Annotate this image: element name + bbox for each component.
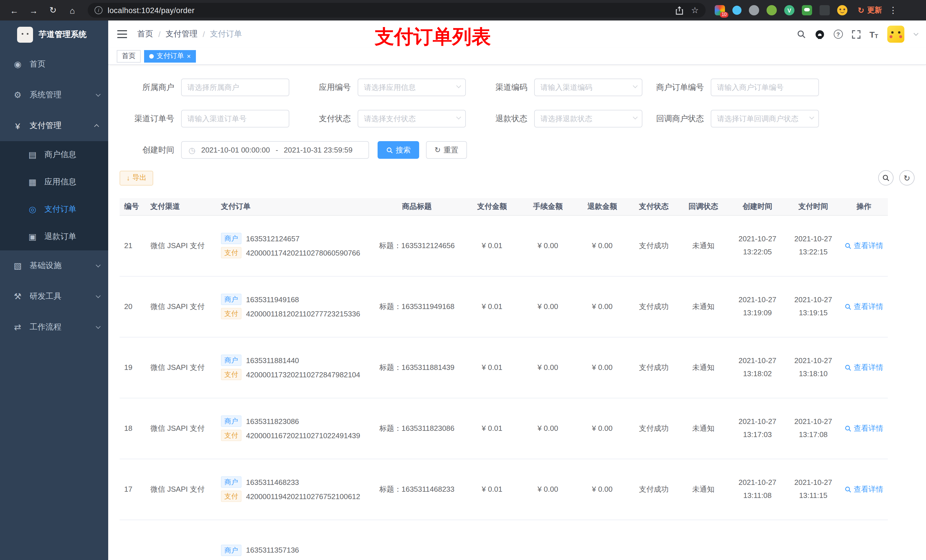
cell-pay-amount: ¥ 0.01 — [464, 215, 520, 276]
user-avatar[interactable] — [887, 26, 904, 43]
refresh-icon: ↻ — [903, 173, 910, 183]
view-detail-link[interactable]: 查看详情 — [844, 301, 883, 312]
filter-input[interactable] — [358, 78, 466, 96]
filter-input[interactable] — [181, 78, 289, 96]
filter-field: 回调商户状态 — [649, 110, 826, 127]
bookmark-star-icon[interactable]: ☆ — [691, 5, 699, 15]
merchant-order-no: 1635311881440 — [246, 356, 299, 365]
navbar-actions: ? TT — [796, 26, 917, 43]
github-icon[interactable] — [815, 29, 825, 39]
cell-pay-status — [629, 519, 678, 560]
filter-label: 所属商户 — [120, 82, 181, 92]
app-logo[interactable]: 芋道管理系统 — [0, 21, 108, 49]
payment-submenu: ▤ 商户信息 ▦ 应用信息 ◎ 支付订单 ▣ 退款订单 — [0, 141, 108, 251]
table-row: 20 微信 JSAPI 支付 商户 1635311949168 支付 — [120, 276, 888, 337]
sidebar-toggle-icon[interactable] — [117, 30, 127, 38]
avatar-caret-icon[interactable] — [914, 31, 918, 36]
filter-input[interactable] — [534, 78, 642, 96]
view-detail-link[interactable]: 查看详情 — [844, 423, 883, 433]
workflow-icon: ⇄ — [12, 322, 23, 332]
view-detail-link[interactable]: 查看详情 — [844, 362, 883, 373]
cell-channel — [146, 519, 216, 560]
cell-fee-amount: ¥ 0.00 — [520, 459, 575, 519]
filter-label: 支付状态 — [296, 113, 358, 124]
cell-title — [370, 519, 464, 560]
cell-pay-time: 2021-10-27 13:11:15 — [787, 459, 840, 519]
sidebar-item-system[interactable]: ⚙ 系统管理 — [0, 80, 108, 110]
cell-pay-status: 支付成功 — [629, 276, 678, 337]
search-icon[interactable] — [796, 30, 805, 39]
fullscreen-icon[interactable] — [852, 30, 860, 38]
tag-home[interactable]: 首页 — [117, 50, 141, 62]
sidebar-item-payment[interactable]: ¥ 支付管理 — [0, 110, 108, 141]
extension-icon[interactable] — [767, 5, 777, 15]
export-button[interactable]: ↓ 导出 — [120, 171, 153, 185]
filter-input[interactable] — [534, 110, 642, 127]
filter-input[interactable] — [711, 110, 819, 127]
cell-pay-amount: ¥ 0.01 — [464, 398, 520, 459]
extension-icon[interactable] — [749, 5, 759, 15]
merchant-order-no: 1635311949168 — [246, 295, 299, 303]
filter-input[interactable] — [358, 110, 466, 127]
sidebar-item-infrastructure[interactable]: ▧ 基础设施 — [0, 251, 108, 281]
browser-menu-icon[interactable]: ⋮ — [889, 5, 897, 15]
column-header: 编号 — [120, 198, 146, 215]
close-icon[interactable]: × — [187, 53, 191, 59]
sidebar-item-refund-order[interactable]: ▣ 退款订单 — [0, 223, 108, 251]
view-detail-link[interactable]: 查看详情 — [844, 240, 883, 251]
address-bar[interactable]: i localhost:1024/pay/order ☆ — [88, 3, 706, 18]
extension-icon[interactable] — [732, 6, 741, 15]
refresh-table-button[interactable]: ↻ — [899, 170, 915, 186]
pay-badge: 支付 — [221, 430, 242, 441]
page-content: 所属商户 应用编号 — [108, 65, 926, 560]
sidebar-item-merchant-info[interactable]: ▤ 商户信息 — [0, 141, 108, 169]
create-time-range-input[interactable]: ◷ 2021-10-01 00:00:00 - 2021-10-31 23:59… — [181, 141, 369, 159]
cell-id: 19 — [120, 337, 146, 398]
cell-pay-time: 2021-10-27 13:22:15 — [787, 215, 840, 276]
share-icon[interactable] — [675, 6, 683, 15]
forward-icon[interactable]: → — [26, 3, 41, 18]
extension-icon[interactable]: 10 — [715, 5, 725, 15]
chevron-down-icon — [96, 92, 100, 97]
site-info-icon[interactable]: i — [95, 6, 103, 14]
chevron-up-icon — [94, 124, 99, 129]
table-header-row: 编号 支付渠道 支付订单 商品标题 支付金额 手续 — [120, 198, 888, 215]
chat-extension-icon[interactable] — [802, 5, 812, 15]
cell-fee-amount: ¥ 0.00 — [520, 215, 575, 276]
browser-update-button[interactable]: ↻ 更新 — [858, 5, 882, 15]
table-row: 17 微信 JSAPI 支付 商户 1635311468233 支付 — [120, 459, 888, 519]
sidebar-item-workflow[interactable]: ⇄ 工作流程 — [0, 312, 108, 343]
table-row: 18 微信 JSAPI 支付 商户 1635311823086 支付 — [120, 398, 888, 459]
filter-input[interactable] — [711, 78, 819, 96]
download-icon: ↓ — [126, 174, 130, 182]
reload-icon[interactable]: ↻ — [45, 3, 61, 18]
smiley-extension-icon[interactable] — [837, 5, 847, 15]
chevron-down-icon — [96, 293, 100, 298]
cell-notify-status: 未通知 — [678, 337, 728, 398]
cell-create-time: 2021-10-27 13:11:08 — [728, 459, 787, 519]
search-button[interactable]: 搜索 — [378, 141, 419, 159]
breadcrumb-home[interactable]: 首页 — [137, 29, 153, 39]
sidebar-item-home[interactable]: ◉ 首页 — [0, 49, 108, 80]
vue-devtools-icon[interactable] — [784, 5, 794, 15]
font-size-icon[interactable]: TT — [869, 29, 878, 39]
tag-pay-order[interactable]: 支付订单 × — [144, 50, 196, 62]
home-icon[interactable]: ⌂ — [65, 3, 80, 18]
app-title: 芋道管理系统 — [39, 30, 86, 40]
breadcrumb-pay-management[interactable]: 支付管理 — [166, 29, 198, 39]
sidebar-item-app-info[interactable]: ▦ 应用信息 — [0, 169, 108, 196]
view-detail-link[interactable]: 查看详情 — [844, 484, 883, 494]
sidebar-item-dev-tools[interactable]: ⚒ 研发工具 — [0, 281, 108, 312]
annotation-title: 支付订单列表 — [375, 24, 491, 50]
sidebar-item-pay-order[interactable]: ◎ 支付订单 — [0, 196, 108, 223]
cell-id: 20 — [120, 276, 146, 337]
date-start-value: 2021-10-01 00:00:00 — [201, 146, 270, 154]
cell-refund-amount: ¥ 0.00 — [575, 337, 629, 398]
filter-input[interactable] — [181, 110, 289, 127]
toggle-search-button[interactable] — [878, 170, 894, 186]
merchant-badge: 商户 — [221, 476, 242, 488]
back-icon[interactable]: ← — [7, 3, 22, 18]
reset-button[interactable]: ↻ 重置 — [426, 141, 467, 159]
help-icon[interactable]: ? — [834, 30, 843, 39]
pin-extension-icon[interactable] — [820, 5, 830, 15]
